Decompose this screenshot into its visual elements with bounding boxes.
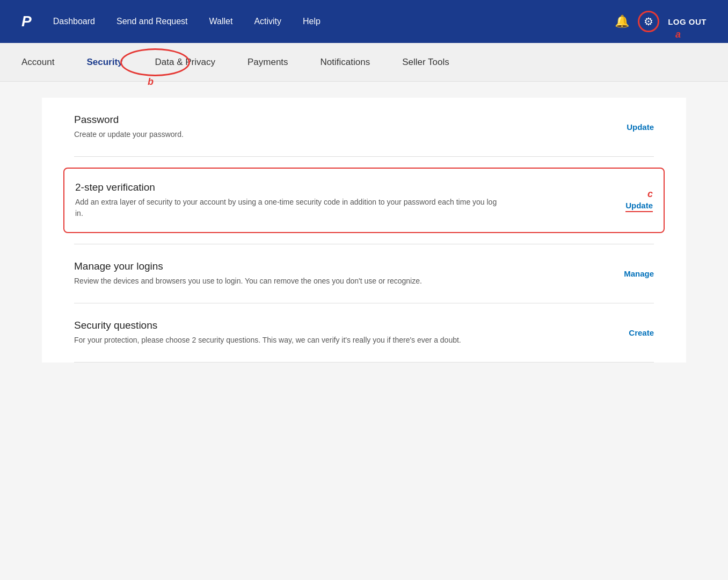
nav-item-wallet[interactable]: Wallet <box>209 17 233 26</box>
subnav-notifications[interactable]: Notifications <box>321 53 370 72</box>
nav-item-send-request[interactable]: Send and Request <box>117 17 188 26</box>
security-questions-content: Security questions For your protection, … <box>74 320 618 346</box>
nav-item-activity[interactable]: Activity <box>254 17 281 26</box>
subnav-security[interactable]: Security <box>86 53 122 72</box>
manage-logins-row: Manage your logins Review the devices an… <box>74 244 654 303</box>
two-step-desc: Add an extra layer of security to your a… <box>75 197 505 219</box>
two-step-section: 2-step verification Add an extra layer o… <box>74 157 654 244</box>
security-questions-title: Security questions <box>74 320 618 331</box>
manage-logins-desc: Review the devices and browsers you use … <box>74 276 504 287</box>
logout-button[interactable]: LOG OUT <box>668 17 707 26</box>
manage-logins-button[interactable]: Manage <box>624 269 654 278</box>
two-step-wrapper: 2-step verification Add an extra layer o… <box>63 168 665 233</box>
password-desc: Create or update your password. <box>74 129 504 140</box>
subnav-payments[interactable]: Payments <box>247 53 288 72</box>
password-row-content: Password Create or update your password. <box>74 114 616 140</box>
two-step-action-wrapper: c Update <box>625 189 653 212</box>
two-step-title: 2-step verification <box>75 182 625 193</box>
nav-item-dashboard[interactable]: Dashboard <box>53 17 95 26</box>
annotation-b-label: b <box>148 76 154 88</box>
header-nav: Dashboard Send and Request Wallet Activi… <box>53 17 615 26</box>
header: P Dashboard Send and Request Wallet Acti… <box>0 0 728 43</box>
settings-gear-button[interactable]: ⚙ <box>638 11 659 32</box>
sub-nav: Account Security Data & Privacy Payments… <box>0 43 728 82</box>
password-row: Password Create or update your password.… <box>74 98 654 157</box>
nav-item-help[interactable]: Help <box>303 17 321 26</box>
annotation-c-label: c <box>647 189 653 200</box>
subnav-seller-tools[interactable]: Seller Tools <box>402 53 449 72</box>
security-questions-create-button[interactable]: Create <box>629 328 654 337</box>
header-actions: 🔔 ⚙ LOG OUT <box>615 11 707 32</box>
password-update-button[interactable]: Update <box>627 122 654 132</box>
manage-logins-title: Manage your logins <box>74 260 613 272</box>
manage-logins-content: Manage your logins Review the devices an… <box>74 260 613 287</box>
annotation-a-label: a <box>675 29 681 40</box>
subnav-account[interactable]: Account <box>21 53 54 72</box>
password-title: Password <box>74 114 616 126</box>
security-questions-desc: For your protection, please choose 2 sec… <box>74 335 504 346</box>
main-content: Password Create or update your password.… <box>42 98 686 363</box>
paypal-logo[interactable]: P <box>21 13 32 30</box>
gear-icon: ⚙ <box>644 15 653 28</box>
security-questions-row: Security questions For your protection, … <box>74 303 654 363</box>
two-step-update-button[interactable]: Update <box>625 201 653 212</box>
two-step-content: 2-step verification Add an extra layer o… <box>75 182 625 219</box>
notifications-bell-icon[interactable]: 🔔 <box>615 15 629 28</box>
subnav-data-privacy[interactable]: Data & Privacy <box>155 53 215 72</box>
